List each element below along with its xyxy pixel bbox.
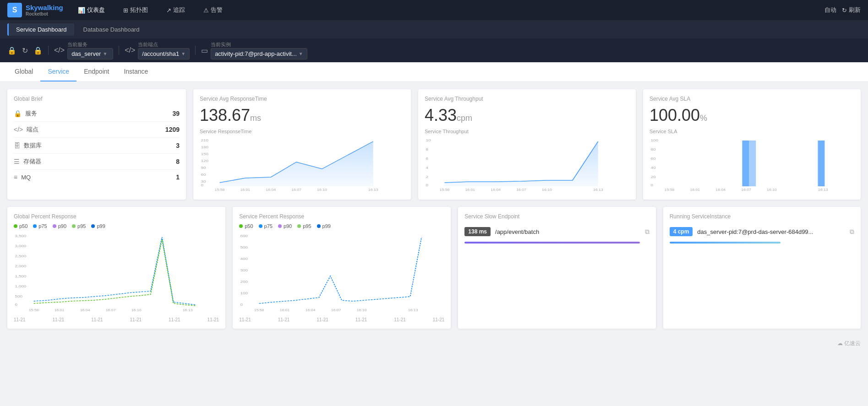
top-cards-row: Global Brief 🔒 服务 39 </> 端点 1209 🗄 数据库 <box>7 89 861 200</box>
p75-dot <box>33 224 37 228</box>
brief-storage-label: 存储器 <box>23 157 41 166</box>
svg-text:16:07: 16:07 <box>291 188 301 192</box>
endpoint-value: /account/sha1 <box>142 50 179 57</box>
svg-text:16:07: 16:07 <box>106 309 116 312</box>
svg-text:150: 150 <box>201 152 208 156</box>
svg-text:180: 180 <box>201 145 208 149</box>
brief-mq-label: MQ <box>21 174 31 181</box>
divider2 <box>119 46 119 55</box>
svg-text:90: 90 <box>201 166 206 170</box>
svg-text:100: 100 <box>650 138 658 142</box>
svg-text:40: 40 <box>650 166 655 170</box>
svg-text:600: 600 <box>240 234 248 238</box>
svg-text:16:10: 16:10 <box>542 188 552 192</box>
svg-text:8: 8 <box>426 147 428 152</box>
svc-legend-p90: p90 <box>278 223 292 229</box>
nav-instance[interactable]: Instance <box>116 62 155 81</box>
chevron-down-icon3: ▼ <box>299 51 303 56</box>
svg-text:2,000: 2,000 <box>15 264 26 268</box>
service-percent-legend: p50 p75 p90 p95 p99 <box>239 223 444 229</box>
svg-text:80: 80 <box>650 147 655 152</box>
running-instance-title: Running ServiceInstance <box>670 213 854 220</box>
refresh-icon: ↻ <box>842 7 847 14</box>
service-x-labels: 11-2111-2111-2111-2111-2111-21 <box>239 317 444 322</box>
service-percent-chart: 600 500 400 300 200 100 0 15:58 16:01 16… <box>239 233 444 315</box>
db-icon: 🗄 <box>14 142 20 149</box>
logo-text: Skywalking Rocketbot <box>26 4 63 16</box>
instance-selector: ▭ 当前实例 activity-pid:7@prd-app-activit...… <box>201 41 307 60</box>
svg-text:16:13: 16:13 <box>408 309 418 312</box>
svg-text:16:01: 16:01 <box>280 309 290 312</box>
svg-text:15:58: 15:58 <box>29 309 39 312</box>
svg-text:16:10: 16:10 <box>767 188 777 192</box>
svg-text:0: 0 <box>15 303 17 307</box>
endpoint-select[interactable]: /account/sha1 ▼ <box>138 48 190 60</box>
nav-service[interactable]: Service <box>40 62 76 81</box>
response-time-title: Service Avg ResponseTime <box>200 96 404 102</box>
svg-text:6: 6 <box>426 157 428 161</box>
svg-text:16:01: 16:01 <box>55 309 65 312</box>
global-percent-chart: 3,500 3,000 2,500 2,000 1,500 1,000 500 … <box>14 233 219 315</box>
nav-endpoint[interactable]: Endpoint <box>76 62 116 81</box>
p50-dot <box>14 224 17 228</box>
sla-number: 100.00 <box>650 106 700 125</box>
tab-service-dashboard[interactable]: Service Dashboard <box>7 23 74 36</box>
code-icon: </> <box>14 126 23 133</box>
throughput-value: 4.33cpm <box>425 106 629 125</box>
sla-chart: 100 80 60 40 20 0 15:58 16:01 16:04 16:0… <box>650 137 854 192</box>
p90-dot <box>53 224 56 228</box>
instance-select[interactable]: activity-pid:7@prd-app-activit... ▼ <box>211 48 307 60</box>
svc-p95-dot <box>297 224 301 228</box>
global-brief-title: Global Brief <box>14 96 180 102</box>
p99-dot <box>91 224 95 228</box>
divider3 <box>195 46 196 55</box>
brief-service-left: 🔒 服务 <box>14 109 37 118</box>
svg-text:16:04: 16:04 <box>491 188 501 192</box>
global-x-labels: 11-2111-2111-2111-2111-2111-21 <box>14 317 219 322</box>
copy-icon[interactable]: ⧉ <box>645 228 650 236</box>
global-brief-card: Global Brief 🔒 服务 39 </> 端点 1209 🗄 数据库 <box>7 89 186 200</box>
response-time-unit: ms <box>250 114 261 123</box>
throughput-title: Service Avg Throughput <box>425 96 629 102</box>
legend-p50: p50 <box>14 223 27 229</box>
tab-database-dashboard[interactable]: Database Dashboard <box>76 23 147 36</box>
endpoint-label: 当前端点 <box>138 41 190 48</box>
response-time-card: Service Avg ResponseTime 138.67ms Servic… <box>193 89 411 200</box>
running-instance-item: 4 cpm das_server-pid:7@prd-das-server-68… <box>670 223 854 240</box>
response-time-number: 138.67 <box>200 106 250 125</box>
endpoint-path: /app/event/batch <box>495 228 640 235</box>
nav-topology[interactable]: ⊞ 拓扑图 <box>120 4 152 16</box>
svc-legend-p50: p50 <box>239 223 253 229</box>
svg-text:0: 0 <box>650 183 653 187</box>
throughput-chart-container: 10 8 6 4 2 0 15:58 16:01 16:04 16:07 16:… <box>425 137 629 193</box>
svg-text:210: 210 <box>201 138 208 142</box>
sla-value: 100.00% <box>650 106 854 125</box>
svg-text:3,500: 3,500 <box>15 234 26 238</box>
alarm-icon: ⚠ <box>203 7 209 14</box>
storage-icon: ☰ <box>14 158 20 165</box>
sla-unit: % <box>700 114 707 123</box>
endpoint-selector: </> 当前端点 /account/sha1 ▼ <box>125 41 190 60</box>
global-percent-title: Global Percent Response <box>14 213 219 220</box>
svg-text:16:07: 16:07 <box>741 188 751 192</box>
svg-text:15:58: 15:58 <box>665 188 675 192</box>
instance-value: activity-pid:7@prd-app-activit... <box>215 50 297 57</box>
slow-endpoint-item: 138 ms /app/event/batch ⧉ <box>464 223 649 240</box>
auto-button[interactable]: 自动 <box>824 6 836 14</box>
instance-copy-icon[interactable]: ⧉ <box>850 228 854 236</box>
nav-trace[interactable]: ↗ 追踪 <box>163 4 189 16</box>
legend-p75: p75 <box>33 223 47 229</box>
brief-mq-count: 1 <box>176 173 180 181</box>
nav-alarm[interactable]: ⚠ 告警 <box>200 4 226 16</box>
nav-dashboard[interactable]: 📊 仪表盘 <box>74 4 109 16</box>
refresh-button[interactable]: ↻ 刷新 <box>842 6 861 14</box>
svg-text:16:13: 16:13 <box>183 309 193 312</box>
svg-text:16:04: 16:04 <box>715 188 726 192</box>
brief-endpoint-count: 1209 <box>165 126 180 133</box>
service-select[interactable]: das_server ▼ <box>67 48 113 60</box>
refresh-toolbar-icon[interactable]: ↻ <box>22 46 28 55</box>
svg-text:16:01: 16:01 <box>465 188 475 192</box>
brief-endpoint-label: 端点 <box>27 125 38 134</box>
nav-global[interactable]: Global <box>7 62 40 81</box>
svc-legend-p75: p75 <box>259 223 273 229</box>
